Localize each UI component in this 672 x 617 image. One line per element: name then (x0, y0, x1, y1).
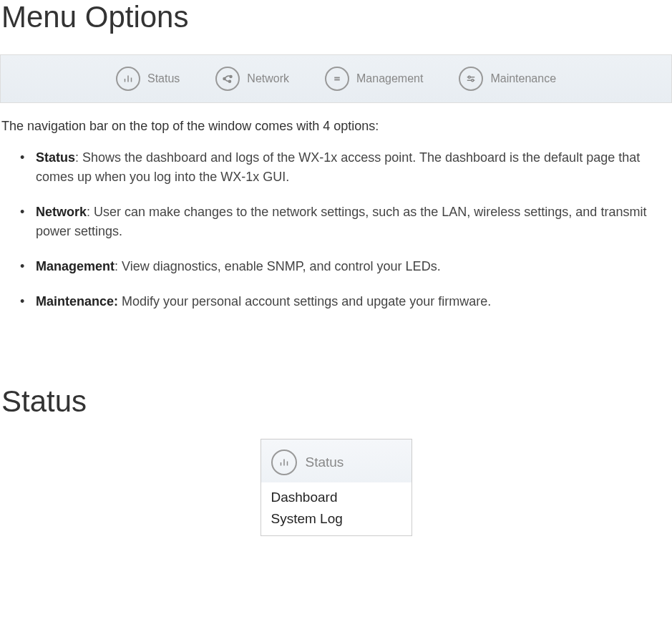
network-icon (215, 67, 240, 91)
nav-bar: Status Network Management (0, 54, 672, 103)
bullet-label: Management (36, 259, 115, 273)
nav-item-status[interactable]: Status (116, 67, 180, 91)
nav-item-label: Status (147, 72, 180, 85)
heading-menu-options: Menu Options (0, 0, 672, 34)
bullet-text: Shows the dashboard and logs of the WX-1… (36, 150, 640, 184)
nav-item-label: Maintenance (490, 72, 556, 85)
bullet-label: Network (36, 205, 87, 219)
list-item: Management: View diagnostics, enable SNM… (36, 257, 672, 276)
nav-item-network[interactable]: Network (215, 67, 289, 91)
bullet-suffix: : (87, 205, 94, 219)
status-menu-item-dashboard[interactable]: Dashboard (271, 487, 401, 508)
bullet-label: Status (36, 150, 75, 165)
svg-point-11 (472, 79, 474, 82)
status-menu-item-system-log[interactable]: System Log (271, 508, 401, 530)
nav-item-management[interactable]: Management (325, 67, 423, 91)
bullet-suffix: : (115, 259, 122, 273)
status-dropdown-header[interactable]: Status (261, 439, 412, 482)
nav-item-label: Network (247, 72, 289, 85)
svg-point-9 (469, 76, 471, 78)
bullet-text: Modify your personal account settings an… (122, 294, 491, 308)
bars-icon (271, 450, 297, 475)
status-dropdown: Status Dashboard System Log (260, 439, 412, 536)
heading-status: Status (0, 384, 672, 419)
intro-paragraph: The navigation bar on the top of the win… (0, 119, 672, 134)
bullet-suffix: : (75, 150, 82, 165)
equals-icon (325, 67, 349, 91)
list-item: Network: User can make changes to the ne… (36, 203, 672, 241)
bullet-list: Status: Shows the dashboard and logs of … (0, 148, 672, 311)
bullet-label: Maintenance: (36, 294, 118, 308)
nav-item-maintenance[interactable]: Maintenance (459, 67, 556, 91)
sliders-icon (459, 67, 483, 91)
status-dropdown-label: Status (306, 455, 344, 470)
bullet-text: User can make changes to the network set… (36, 205, 646, 238)
status-dropdown-items: Dashboard System Log (261, 482, 412, 535)
nav-item-label: Management (356, 72, 423, 85)
bullet-text: View diagnostics, enable SNMP, and contr… (122, 259, 441, 273)
list-item: Status: Shows the dashboard and logs of … (36, 148, 672, 187)
list-item: Maintenance: Modify your personal accoun… (36, 292, 672, 311)
bars-icon (116, 67, 140, 91)
